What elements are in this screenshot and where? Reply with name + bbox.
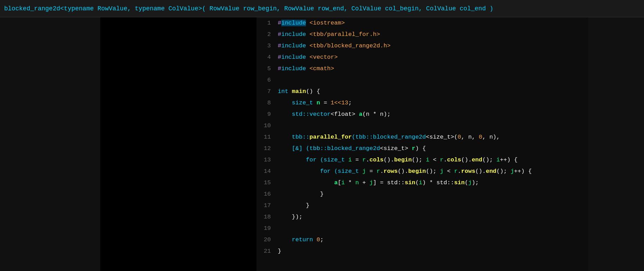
line-number: 12 [261,143,271,154]
code-line: 10 [256,120,588,131]
line-content: [&] (tbb::blocked_range2d<size_t> r) { [278,143,426,154]
line-number: 7 [261,86,271,97]
line-content: return 0; [278,234,324,245]
line-content: #include <iostream> [278,17,345,29]
line-content: #include <tbb/parallel_for.h> [278,29,380,40]
line-number: 6 [261,74,271,86]
code-line: 11 tbb::parallel_for(tbb::blocked_range2… [256,131,588,143]
line-content: } [278,188,324,200]
line-number: 3 [261,40,271,52]
line-number: 19 [261,223,271,234]
line-content: } [278,245,281,257]
line-number: 4 [261,52,271,63]
code-line: 14 for (size_t j = r.rows().begin(); j <… [256,166,588,177]
line-number: 20 [261,234,271,245]
code-line: 21} [256,245,588,257]
line-content: } [278,200,310,211]
line-number: 13 [261,154,271,166]
line-number: 9 [261,109,271,120]
code-line: 1#include <iostream> [256,17,588,29]
line-content: int main() { [278,86,320,97]
line-content: #include <cmath> [278,63,334,74]
tooltip-text: blocked_range2d<typename RowValue, typen… [4,5,493,12]
line-number: 21 [261,245,271,257]
code-line: 13 for (size_t i = r.cols().begin(); i <… [256,154,588,166]
line-content: }); [278,211,302,223]
line-content: std::vector<float> a(n * n); [278,109,391,120]
code-line: 3#include <tbb/blocked_range2d.h> [256,40,588,52]
code-line: 18 }); [256,211,588,223]
code-line: 4#include <vector> [256,52,588,63]
code-line: 16 } [256,188,588,200]
line-content: for (size_t j = r.rows().begin(); j < r.… [278,166,532,177]
code-line: 12 [&] (tbb::blocked_range2d<size_t> r) … [256,143,588,154]
tooltip-bar: blocked_range2d<typename RowValue, typen… [0,0,644,17]
code-line: 19 [256,223,588,234]
line-content: for (size_t i = r.cols().begin(); i < r.… [278,154,518,166]
code-line: 17 } [256,200,588,211]
line-content: #include <tbb/blocked_range2d.h> [278,40,391,52]
line-number: 16 [261,188,271,200]
code-line: 6 [256,74,588,86]
line-number: 5 [261,63,271,74]
line-number: 10 [261,120,271,131]
code-line: 20 return 0; [256,234,588,245]
code-line: 9 std::vector<float> a(n * n); [256,109,588,120]
code-line: 5#include <cmath> [256,63,588,74]
line-number: 17 [261,200,271,211]
line-number: 8 [261,97,271,109]
line-number: 14 [261,166,271,177]
line-number: 1 [261,17,271,29]
line-content: a[i * n + j] = std::sin(i) * std::sin(j)… [278,177,479,188]
line-number: 11 [261,131,271,143]
line-content: size_t n = 1<<13; [278,97,352,109]
left-gutter [0,17,100,271]
code-line: 7int main() { [256,86,588,97]
line-number: 15 [261,177,271,188]
line-content: tbb::parallel_for(tbb::blocked_range2d<s… [278,131,500,143]
line-number: 2 [261,29,271,40]
line-number: 18 [261,211,271,223]
code-area[interactable]: 1#include <iostream>2#include <tbb/paral… [256,17,588,271]
code-line: 8 size_t n = 1<<13; [256,97,588,109]
line-content: #include <vector> [278,52,338,63]
code-line: 15 a[i * n + j] = std::sin(i) * std::sin… [256,177,588,188]
code-line: 2#include <tbb/parallel_for.h> [256,29,588,40]
